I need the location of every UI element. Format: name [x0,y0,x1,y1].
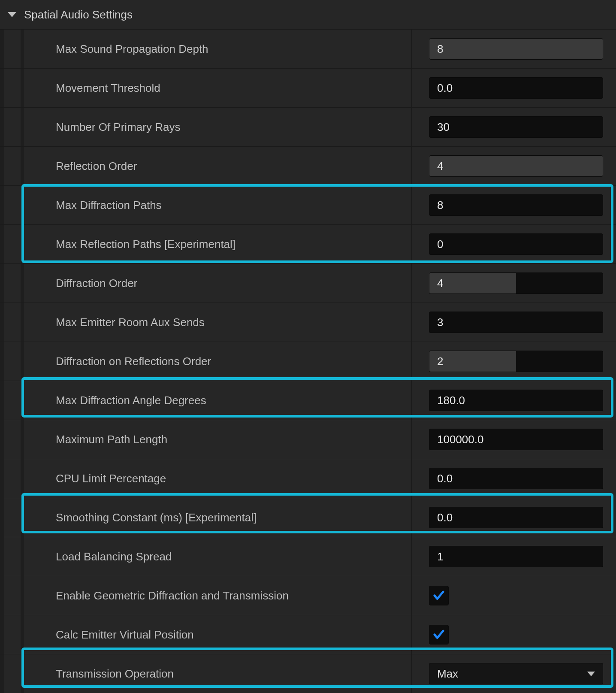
label: Max Diffraction Angle Degrees [0,381,412,420]
row-max-diffraction-paths: Max Diffraction Paths 8 [0,186,616,225]
row-cpu-limit-percentage: CPU Limit Percentage 0.0 [0,459,616,498]
movement-threshold-input[interactable]: 0.0 [429,77,603,99]
label: Max Sound Propagation Depth [0,30,412,68]
settings-panel: Spatial Audio Settings Max Sound Propaga… [0,0,616,693]
load-balancing-spread-input[interactable]: 1 [429,546,603,567]
row-max-emitter-room-aux-sends: Max Emitter Room Aux Sends 3 [0,303,616,342]
label: Diffraction on Reflections Order [0,342,412,381]
row-smoothing-constant: Smoothing Constant (ms) [Experimental] 0… [0,498,616,537]
section-header[interactable]: Spatial Audio Settings [0,0,616,30]
transmission-operation-dropdown[interactable]: Max [429,663,603,684]
settings-rows: Max Sound Propagation Depth 8 Movement T… [0,30,616,693]
label: Diffraction Order [0,264,412,303]
max-reflection-paths-input[interactable]: 0 [429,233,603,255]
row-calc-emitter-virtual-position: Calc Emitter Virtual Position [0,615,616,654]
reflection-order-input[interactable]: 4 [429,155,603,177]
chevron-down-icon [587,672,595,676]
row-reflection-order: Reflection Order 4 [0,147,616,186]
max-sound-propagation-depth-input[interactable]: 8 [429,38,603,60]
max-diffraction-angle-degrees-input[interactable]: 180.0 [429,390,603,411]
label: Reflection Order [0,147,412,185]
max-emitter-room-aux-sends-input[interactable]: 3 [429,312,603,333]
smoothing-constant-input[interactable]: 0.0 [429,507,603,528]
label: Load Balancing Spread [0,537,412,576]
row-max-reflection-paths: Max Reflection Paths [Experimental] 0 [0,225,616,264]
collapse-triangle-icon[interactable] [8,12,16,17]
row-number-of-primary-rays: Number Of Primary Rays 30 [0,108,616,147]
dropdown-value: Max [437,667,458,681]
calc-emitter-virtual-position-checkbox[interactable] [429,625,449,645]
row-maximum-path-length: Maximum Path Length 100000.0 [0,420,616,459]
label: Max Reflection Paths [Experimental] [0,225,412,263]
row-max-sound-propagation-depth: Max Sound Propagation Depth 8 [0,30,616,69]
max-diffraction-paths-input[interactable]: 8 [429,194,603,216]
label: Calc Emitter Virtual Position [0,615,412,654]
row-transmission-operation: Transmission Operation Max [0,654,616,693]
check-icon [432,589,445,602]
label: Maximum Path Length [0,420,412,459]
row-max-diffraction-angle-degrees: Max Diffraction Angle Degrees 180.0 [0,381,616,420]
diffraction-order-input[interactable]: 4 [429,272,603,294]
label: CPU Limit Percentage [0,459,412,498]
label: Number Of Primary Rays [0,108,412,146]
row-diffraction-on-reflections-order: Diffraction on Reflections Order 2 [0,342,616,381]
label: Enable Geometric Diffraction and Transmi… [0,576,412,615]
label: Transmission Operation [0,654,412,693]
maximum-path-length-input[interactable]: 100000.0 [429,429,603,450]
number-of-primary-rays-input[interactable]: 30 [429,116,603,138]
check-icon [432,628,445,641]
label: Smoothing Constant (ms) [Experimental] [0,498,412,537]
cpu-limit-percentage-input[interactable]: 0.0 [429,468,603,489]
label: Max Diffraction Paths [0,186,412,224]
diffraction-on-reflections-order-input[interactable]: 2 [429,351,603,372]
section-title: Spatial Audio Settings [24,8,133,21]
enable-geometric-diffraction-checkbox[interactable] [429,586,449,605]
row-load-balancing-spread: Load Balancing Spread 1 [0,537,616,576]
row-diffraction-order: Diffraction Order 4 [0,264,616,303]
label: Movement Threshold [0,69,412,107]
label: Max Emitter Room Aux Sends [0,303,412,342]
row-enable-geometric-diffraction: Enable Geometric Diffraction and Transmi… [0,576,616,615]
row-movement-threshold: Movement Threshold 0.0 [0,69,616,108]
